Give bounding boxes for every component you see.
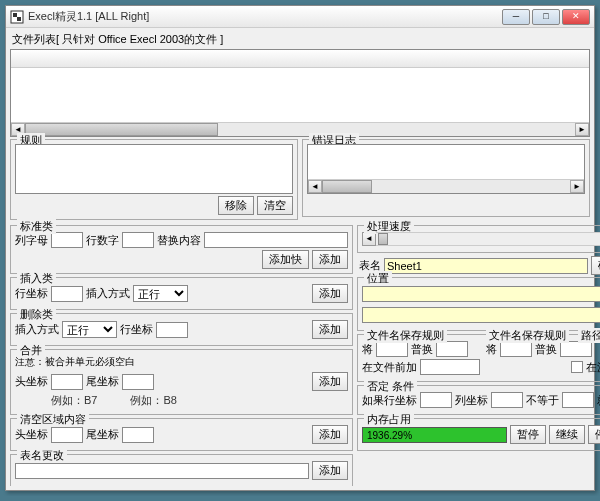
memory-panel: 内存占用 1936.29% 暂停 继续 停止 开始 <box>357 418 600 451</box>
clear-add-button[interactable]: 添加 <box>312 425 348 444</box>
rules-panel: 规则 移除 清空 <box>10 139 298 220</box>
filename-from2-input[interactable] <box>500 341 532 357</box>
add-fast-button[interactable]: 添加快 <box>262 250 309 269</box>
delete-panel: 删除类 插入方式 正行 行坐标 添加 <box>10 313 353 346</box>
filename-from-input[interactable] <box>376 341 408 357</box>
titlebar[interactable]: Execl精灵1.1 [ALL Right] ─ □ ✕ <box>6 6 594 28</box>
open-dir-input[interactable] <box>362 286 600 302</box>
insert-panel: 插入类 行坐标 插入方式 正行 添加 <box>10 277 353 310</box>
negate-col-input[interactable] <box>491 392 523 408</box>
negate-panel: 否定 条件 如果行坐标 列坐标 不等于 就忽略该文件 <box>357 385 600 415</box>
insert-mode-select[interactable]: 正行 <box>133 285 188 302</box>
stop-button[interactable]: 停止 <box>588 425 600 444</box>
rules-list[interactable] <box>15 144 293 194</box>
negate-value-input[interactable] <box>562 392 594 408</box>
clear-tail-input[interactable] <box>122 427 154 443</box>
sheet-name-input[interactable] <box>384 258 588 274</box>
rename-sheet-input[interactable] <box>15 463 309 479</box>
filelist-scrollbar[interactable]: ◄ ► <box>11 122 589 136</box>
main-window: Execl精灵1.1 [ALL Right] ─ □ ✕ 文件列表[ 只针对 O… <box>5 5 595 491</box>
filename-to-input[interactable] <box>436 341 468 357</box>
pause-button[interactable]: 暂停 <box>510 425 546 444</box>
merge-head-input[interactable] <box>51 374 83 390</box>
svg-rect-2 <box>17 17 21 21</box>
row-num-input[interactable] <box>122 232 154 248</box>
clear-head-input[interactable] <box>51 427 83 443</box>
rules-clear-button[interactable]: 清空 <box>257 196 293 215</box>
edit-source-checkbox[interactable] <box>571 361 583 373</box>
filename-prefix-input[interactable] <box>420 359 480 375</box>
continue-button[interactable]: 继续 <box>549 425 585 444</box>
negate-row-input[interactable] <box>420 392 452 408</box>
merge-tail-input[interactable] <box>122 374 154 390</box>
merge-panel: 合并 注意：被合并单元必须空白 头坐标 尾坐标 添加 例如：B7 例如：B8 <box>10 349 353 415</box>
rename-sheet-panel: 表名更改 添加 <box>10 454 353 486</box>
standard-panel: 标准类 列字母 行数字 替换内容 添加快 添加 <box>10 225 353 274</box>
delete-add-button[interactable]: 添加 <box>312 320 348 339</box>
close-button[interactable]: ✕ <box>562 9 590 25</box>
filename-rule-panel: 文件名保存规则 文件名保存规则 路径前不能含有 将 普换 将 普换 在文件前加 <box>357 334 600 382</box>
insert-add-button[interactable]: 添加 <box>312 284 348 303</box>
standard-add-button[interactable]: 添加 <box>312 250 348 269</box>
clear-region-panel: 清空区域内容 头坐标 尾坐标 添加 <box>10 418 353 451</box>
rules-remove-button[interactable]: 移除 <box>218 196 254 215</box>
sheet-ok-button[interactable]: 确定 <box>591 256 600 275</box>
col-letter-input[interactable] <box>51 232 83 248</box>
replace-content-input[interactable] <box>204 232 348 248</box>
maximize-button[interactable]: □ <box>532 9 560 25</box>
app-icon <box>10 10 24 24</box>
svg-rect-1 <box>13 13 17 17</box>
minimize-button[interactable]: ─ <box>502 9 530 25</box>
file-list[interactable]: ◄ ► <box>10 49 590 137</box>
errorlog-scrollbar[interactable]: ◄► <box>308 179 584 193</box>
delete-mode-select[interactable]: 正行 <box>62 321 117 338</box>
errorlog-list[interactable]: ◄► <box>307 144 585 194</box>
delete-row-input[interactable] <box>156 322 188 338</box>
save-dir-input[interactable] <box>362 307 600 323</box>
window-title: Execl精灵1.1 [ALL Right] <box>28 9 502 24</box>
errorlog-panel: 错误日志 ◄► <box>302 139 590 217</box>
insert-row-input[interactable] <box>51 286 83 302</box>
filelist-label: 文件列表[ 只针对 Office Execl 2003的文件 ] <box>8 30 592 49</box>
rename-add-button[interactable]: 添加 <box>312 461 348 480</box>
filename-to2-input[interactable] <box>560 341 592 357</box>
speed-panel: 处理速度 ◄► <box>357 225 600 253</box>
position-panel: 位置 打开目录 保存目录 <box>357 277 600 331</box>
memory-progress: 1936.29% <box>362 427 507 443</box>
speed-slider[interactable]: ◄► <box>362 230 600 248</box>
merge-add-button[interactable]: 添加 <box>312 372 348 391</box>
